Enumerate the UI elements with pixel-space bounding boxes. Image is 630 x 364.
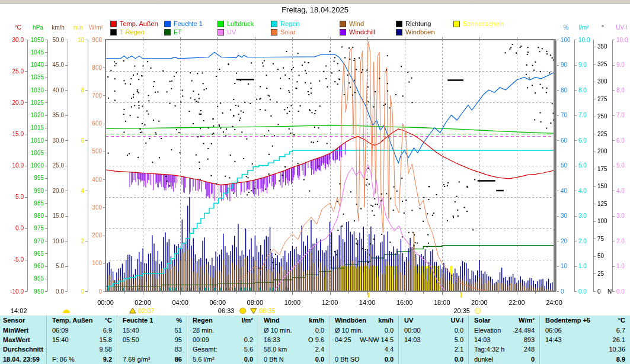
cell-time-label: 28 min. <box>187 327 214 334</box>
table-cell: 15:4015.8 <box>46 335 117 344</box>
legend-label: Wind <box>349 20 364 27</box>
cell-time-label: F: 86 % <box>47 356 75 363</box>
cell-time-label: 00:00 <box>399 327 421 334</box>
cell-value: 2.1 <box>455 346 468 353</box>
table-row-label: Durchschnitt <box>0 344 46 354</box>
column-name: UV <box>399 317 413 324</box>
table-cell: 0 Bft SO0.0 <box>329 355 398 364</box>
table-corner-label: Sensor <box>0 315 46 325</box>
legend-swatch-icon <box>396 21 402 27</box>
legend-swatch-icon <box>271 29 277 36</box>
table-cell: 10.36 <box>539 344 630 354</box>
legend-swatch-icon <box>340 29 346 36</box>
cell-value: 0.0 <box>385 356 398 363</box>
legend-swatch-icon <box>218 29 224 36</box>
column-name: Solar <box>469 317 491 324</box>
cell-value: 8.9 <box>616 356 630 363</box>
table-column-header: Windböenkm/h <box>329 315 398 325</box>
cell-time-label: 14:03 <box>469 336 491 343</box>
table-cell: Ø 10 min.0.0 <box>258 325 329 334</box>
legend-item: Richtung <box>396 20 431 27</box>
cell-time-label: 58.0 km <box>258 346 287 353</box>
table-cell: 06:066.7 <box>539 325 630 334</box>
legend-swatch-icon <box>164 29 171 36</box>
legend-label: UV <box>227 28 236 36</box>
column-name: Wind <box>258 317 280 324</box>
cell-time-label: 5.6 l/m² <box>187 356 215 363</box>
legend-item: Luftdruck <box>218 20 254 27</box>
legend-swatch-icon <box>271 21 277 27</box>
table-cell: 15:4051 <box>117 325 187 334</box>
table-row-label: MinWert <box>0 325 46 334</box>
table-cell: Ø 10 min.0.0 <box>329 325 398 334</box>
cell-time-label: 14:03 <box>399 336 421 343</box>
table-column-header: SolarW/m² <box>468 315 539 325</box>
cell-value: 0 <box>531 356 539 363</box>
cell-value: O 9.6 <box>308 336 329 343</box>
weather-app-window: Freitag, 18.04.2025 Temp. AußenT RegenFe… <box>0 0 630 364</box>
cell-time-label: 00:09 <box>187 336 209 343</box>
cell-value: 9.58 <box>100 346 117 353</box>
table-cell: 0 Bft N0.0 <box>258 355 329 364</box>
table-cell: 0.0 <box>398 355 468 364</box>
cell-value: 6.9 <box>103 327 117 334</box>
table-cell: 05:5095 <box>117 335 187 344</box>
column-name: Feuchte 1 <box>117 317 153 324</box>
table-cell: Tag:4:32 h248 <box>468 344 539 354</box>
legend-label: Solar <box>280 28 296 36</box>
legend-swatch-icon <box>110 21 117 27</box>
legend-label: ET <box>174 28 182 36</box>
table-column-header: UVUV-I <box>398 315 468 325</box>
table-cell: 9.58 <box>46 344 117 354</box>
cell-time-label: 0 Bft N <box>258 356 284 363</box>
cell-time-label: 7.69 g/m³ <box>117 356 150 363</box>
table-cell: 00:000.0 <box>398 325 468 334</box>
legend-label: Regen <box>280 20 299 27</box>
cell-value: 86 <box>175 356 187 363</box>
column-name: Windböen <box>330 317 366 324</box>
cell-value: 51 <box>175 327 187 334</box>
table-cell: 4.4 <box>329 344 398 354</box>
legend-label: Richtung <box>405 20 431 27</box>
table-cell: 14:035.0 <box>398 335 468 344</box>
legend-swatch-icon <box>396 29 402 36</box>
column-unit: °C <box>105 317 117 324</box>
cell-value: 10.36 <box>609 346 630 353</box>
table-column-header: Bodentemp +5°C <box>539 315 630 325</box>
table-cell: Gesamt:5.6 <box>187 344 258 354</box>
cell-value: 248 <box>524 346 539 353</box>
legend-swatch-icon <box>340 21 346 27</box>
column-name: Regen <box>187 317 213 324</box>
cell-value: 0.2 <box>244 336 258 343</box>
cell-value: 26.1 <box>613 336 630 343</box>
cell-time-label: 15:40 <box>117 327 139 334</box>
legend-label: Temp. Außen <box>120 20 158 27</box>
cell-value: 0.0 <box>455 327 468 334</box>
cell-time-label: 14:43 <box>540 336 562 343</box>
cell-value: 9.2 <box>103 356 117 363</box>
table-column-header: Regenl/m² <box>187 315 258 325</box>
legend-item: Solar <box>271 28 296 36</box>
table-cell: 5.6 l/m²0.0 <box>187 355 258 364</box>
table-cell: dunkel0 <box>468 355 539 364</box>
table-row-label: 18.04. 23:59 <box>0 355 46 364</box>
legend-swatch-icon <box>218 21 224 27</box>
cell-value: 6.7 <box>616 327 630 334</box>
legend-item: Windböen <box>396 28 435 36</box>
table-cell: Elevation-24.494 <box>468 325 539 334</box>
cell-time-label: Ø 10 min. <box>258 327 292 334</box>
table-cell: 28 min. <box>187 325 258 334</box>
column-unit: % <box>176 317 187 324</box>
cell-time-label: 16:33 <box>258 336 280 343</box>
sensor-summary-table: SensorTemp. Außen°CFeuchte 1%Regenl/m²Wi… <box>0 315 630 364</box>
column-name: Temp. Außen <box>47 317 92 324</box>
table-column-header: Feuchte 1% <box>117 315 187 325</box>
legend-item: Windchill <box>340 28 375 36</box>
cell-value: 5.0 <box>455 336 468 343</box>
legend-label: Windböen <box>405 28 435 36</box>
cell-time-label: 05:50 <box>117 336 139 343</box>
legend-label: T Regen <box>120 28 145 36</box>
table-cell: 14:03893 <box>468 335 539 344</box>
cell-time-label: Elevation <box>469 327 501 334</box>
table-cell: 8.9 <box>539 355 630 364</box>
